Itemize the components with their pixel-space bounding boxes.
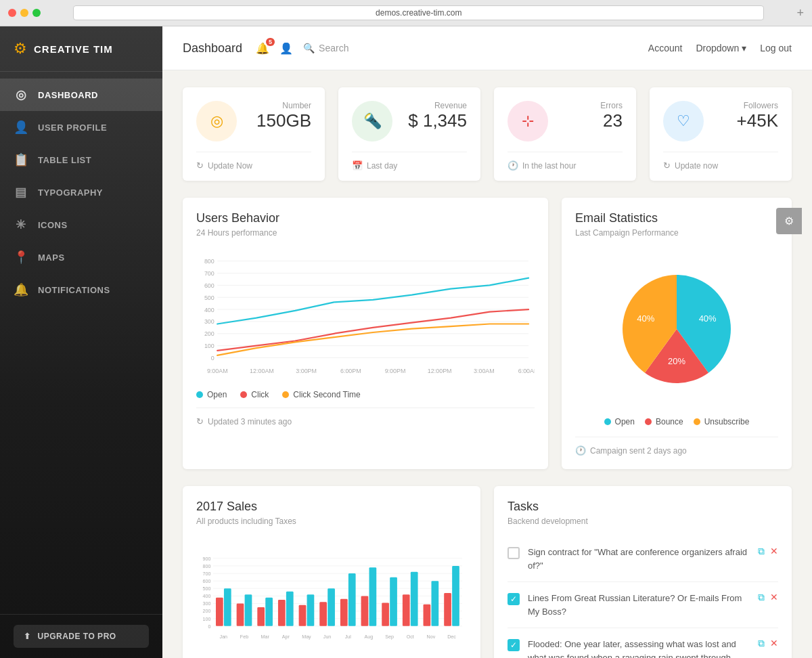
task-checkbox-2[interactable]: ✓	[508, 639, 520, 651]
account-link[interactable]: Account	[648, 43, 683, 53]
svg-rect-55	[340, 599, 348, 626]
url-bar[interactable]: demos.creative-tim.com	[73, 5, 764, 20]
stat-card-0: ◎ Number 150GB ↻ Update Now	[183, 87, 325, 181]
notification-button[interactable]: 🔔 5	[256, 42, 269, 55]
stat-icon-0: ◎	[196, 101, 237, 141]
svg-text:6:00AM: 6:00AM	[518, 368, 535, 374]
task-text-1: Lines From Great Russian Literature? Or …	[528, 592, 750, 618]
nav-label-dashboard: DASHBOARD	[38, 90, 98, 100]
sales-title: 2017 Sales	[196, 500, 467, 514]
bar-chart-wrap: 0100200300400500600700800900JanFebMarApr…	[196, 536, 467, 658]
close-dot[interactable]	[8, 9, 16, 17]
sidebar-item-maps[interactable]: 📍MAPS	[0, 241, 162, 273]
svg-text:9:00AM: 9:00AM	[207, 368, 228, 374]
dropdown-button[interactable]: Dropdown ▾	[696, 43, 746, 53]
svg-text:40%: 40%	[637, 313, 654, 324]
svg-text:Dec: Dec	[447, 634, 456, 640]
email-stats-footer: 🕐 Campaign sent 2 days ago	[575, 437, 778, 456]
profile-button[interactable]: 👤	[279, 42, 293, 55]
nav-icon-notifications: 🔔	[14, 282, 28, 297]
svg-text:700: 700	[204, 270, 215, 277]
pie-legend: OpenBounceUnsubscribe	[575, 417, 778, 426]
page-title: Dashboard	[183, 41, 242, 56]
stat-footer-text-2: In the last hour	[522, 161, 576, 171]
bar-chart: 0100200300400500600700800900JanFebMarApr…	[196, 536, 467, 658]
legend-dot	[196, 391, 203, 398]
sidebar-item-dashboard[interactable]: ◎DASHBOARD	[0, 79, 162, 111]
svg-text:800: 800	[203, 564, 211, 569]
browser-dots	[8, 9, 41, 17]
logo-text: CREATIVE TIM	[34, 43, 113, 55]
svg-text:Nov: Nov	[427, 634, 436, 640]
task-edit-1[interactable]: ⧉	[758, 592, 765, 603]
sidebar-logo[interactable]: ⚙ CREATIVE TIM	[0, 26, 162, 72]
task-delete-0[interactable]: ✕	[770, 546, 778, 557]
legend-dot	[282, 391, 289, 398]
stat-label-0: Number	[256, 101, 311, 110]
tasks-list: Sign contract for "What are conference o…	[508, 536, 778, 658]
stat-icon-3: ♡	[663, 101, 704, 141]
new-tab-button[interactable]: +	[796, 6, 804, 20]
pie-legend-label: Unsubscribe	[704, 417, 750, 426]
svg-text:3:00AM: 3:00AM	[474, 368, 495, 374]
svg-rect-56	[361, 596, 369, 626]
task-actions-2: ⧉ ✕	[758, 638, 778, 649]
svg-text:40%: 40%	[699, 313, 717, 324]
bottom-row: 2017 Sales All products including Taxes …	[183, 486, 792, 658]
pie-legend-dot	[604, 418, 611, 425]
svg-text:20%: 20%	[668, 356, 685, 366]
upgrade-button[interactable]: ⬆ UPGRADE TO PRO	[14, 625, 149, 648]
sidebar-item-table-list[interactable]: 📋TABLE LIST	[0, 144, 162, 176]
nav-icon-icons: ✳	[14, 217, 28, 232]
gear-button[interactable]: ⚙	[776, 208, 802, 234]
users-behavior-title: Users Behavior	[196, 211, 535, 225]
pie-legend-open: Open	[604, 417, 635, 426]
maximize-dot[interactable]	[32, 9, 41, 17]
search-label: Search	[319, 43, 348, 53]
task-edit-0[interactable]: ⧉	[758, 546, 765, 557]
tasks-title: Tasks	[508, 500, 778, 514]
sidebar-item-typography[interactable]: ▤TYPOGRAPHY	[0, 176, 162, 209]
stat-footer-2: 🕐 In the last hour	[508, 152, 623, 171]
upgrade-label: UPGRADE TO PRO	[38, 632, 116, 641]
svg-text:6:00PM: 6:00PM	[340, 368, 361, 374]
sidebar-item-notifications[interactable]: 🔔NOTIFICATIONS	[0, 273, 162, 306]
svg-text:Aug: Aug	[365, 634, 374, 640]
svg-rect-58	[403, 594, 410, 626]
task-item: ✓ Lines From Great Russian Literature? O…	[508, 582, 778, 628]
stat-card-1: 🔦 Revenue $ 1,345 📅 Last day	[338, 87, 480, 181]
stat-top-1: 🔦 Revenue $ 1,345	[352, 101, 467, 141]
stat-footer-3: ↻ Update now	[663, 152, 778, 171]
email-stats-title: Email Statistics	[575, 211, 778, 225]
task-delete-2[interactable]: ✕	[770, 638, 778, 649]
email-footer-text: Campaign sent 2 days ago	[590, 446, 687, 456]
svg-rect-72	[452, 566, 459, 626]
svg-rect-68	[369, 567, 377, 626]
legend-label: Click	[251, 390, 269, 399]
sidebar-item-user-profile[interactable]: 👤USER PROFILE	[0, 111, 162, 144]
minimize-dot[interactable]	[20, 9, 28, 17]
svg-text:May: May	[302, 634, 311, 640]
stat-value-0: 150GB	[256, 110, 311, 131]
task-edit-2[interactable]: ⧉	[758, 638, 765, 649]
task-checkbox-0[interactable]	[508, 547, 520, 559]
notification-badge: 5	[266, 38, 275, 46]
svg-text:500: 500	[203, 586, 211, 592]
legend-item-click-second-time: Click Second Time	[282, 390, 360, 399]
nav-icon-maps: 📍	[14, 250, 28, 265]
sidebar-item-icons[interactable]: ✳ICONS	[0, 209, 162, 241]
logout-button[interactable]: Log out	[760, 43, 792, 53]
users-behavior-card: Users Behavior 24 Hours performance 0100…	[183, 198, 548, 469]
stat-footer-text-3: Update now	[675, 161, 718, 171]
stat-label-1: Revenue	[408, 101, 467, 110]
search-area[interactable]: 🔍 Search	[303, 43, 348, 53]
task-checkbox-1[interactable]: ✓	[508, 593, 520, 605]
task-delete-1[interactable]: ✕	[770, 592, 778, 603]
svg-text:200: 200	[204, 330, 215, 337]
svg-rect-62	[245, 594, 252, 626]
task-text-2: Flooded: One year later, assessing what …	[528, 638, 750, 658]
upgrade-icon: ⬆	[24, 632, 31, 641]
line-chart-wrap: 01002003004005006007008009:00AM12:00AM3:…	[196, 248, 535, 383]
nav-label-typography: TYPOGRAPHY	[38, 188, 103, 198]
svg-rect-50	[237, 604, 244, 626]
